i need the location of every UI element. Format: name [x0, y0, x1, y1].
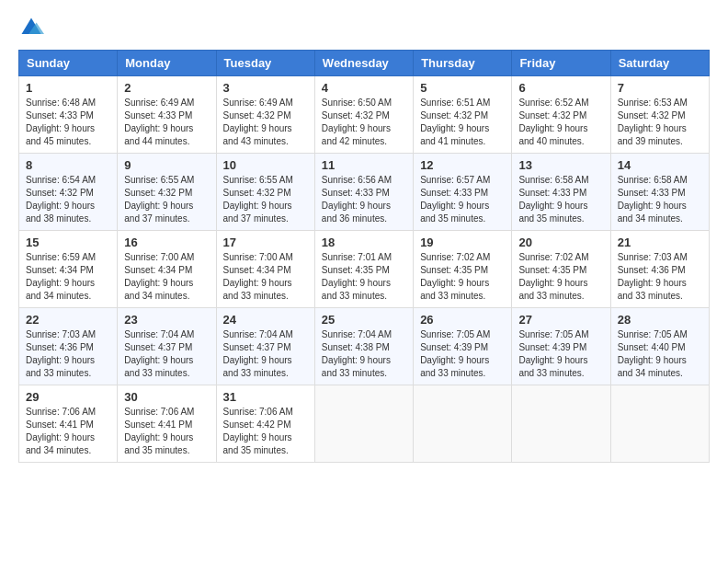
day-info: Sunrise: 7:05 AM Sunset: 4:40 PM Dayligh…	[618, 328, 702, 380]
day-info: Sunrise: 6:58 AM Sunset: 4:33 PM Dayligh…	[618, 174, 702, 225]
sunset-label: Sunset: 4:32 PM	[322, 110, 390, 121]
day-info: Sunrise: 7:06 AM Sunset: 4:42 PM Dayligh…	[223, 406, 308, 457]
day-number: 23	[124, 313, 209, 327]
sunrise-label: Sunrise: 6:58 AM	[518, 175, 588, 185]
day-info: Sunrise: 7:02 AM Sunset: 4:35 PM Dayligh…	[518, 251, 603, 303]
daylight-label: Daylight: 9 hours and 33 minutes.	[223, 278, 292, 301]
sunrise-label: Sunrise: 7:04 AM	[322, 329, 392, 339]
sunrise-label: Sunrise: 6:53 AM	[618, 98, 688, 108]
daylight-label: Daylight: 9 hours and 33 minutes.	[322, 355, 391, 378]
day-number: 9	[124, 158, 209, 172]
daylight-label: Daylight: 9 hours and 37 minutes.	[124, 201, 193, 224]
sunset-label: Sunset: 4:32 PM	[26, 188, 94, 198]
daylight-label: Daylight: 9 hours and 35 minutes.	[223, 432, 292, 455]
sunrise-label: Sunrise: 7:05 AM	[618, 329, 688, 339]
calendar-cell: 7 Sunrise: 6:53 AM Sunset: 4:32 PM Dayli…	[610, 76, 709, 154]
header-wednesday: Wednesday	[314, 51, 413, 76]
calendar-cell: 6 Sunrise: 6:52 AM Sunset: 4:32 PM Dayli…	[512, 76, 610, 154]
day-info: Sunrise: 7:03 AM Sunset: 4:36 PM Dayligh…	[26, 328, 110, 380]
sunrise-label: Sunrise: 6:51 AM	[420, 98, 490, 108]
day-number: 6	[518, 81, 603, 95]
daylight-label: Daylight: 9 hours and 40 minutes.	[518, 123, 587, 146]
calendar-cell: 26 Sunrise: 7:05 AM Sunset: 4:39 PM Dayl…	[414, 308, 512, 385]
daylight-label: Daylight: 9 hours and 34 minutes.	[124, 278, 193, 301]
sunset-label: Sunset: 4:40 PM	[618, 342, 686, 352]
day-number: 28	[618, 313, 702, 327]
calendar-cell	[610, 385, 709, 463]
sunset-label: Sunset: 4:32 PM	[223, 110, 291, 121]
sunrise-label: Sunrise: 7:02 AM	[518, 252, 588, 262]
sunset-label: Sunset: 4:34 PM	[124, 265, 192, 275]
day-info: Sunrise: 6:55 AM Sunset: 4:32 PM Dayligh…	[124, 174, 209, 225]
calendar-cell	[414, 385, 512, 463]
sunset-label: Sunset: 4:38 PM	[322, 342, 390, 352]
daylight-label: Daylight: 9 hours and 35 minutes.	[124, 432, 193, 455]
calendar-cell: 17 Sunrise: 7:00 AM Sunset: 4:34 PM Dayl…	[216, 231, 314, 308]
day-info: Sunrise: 6:48 AM Sunset: 4:33 PM Dayligh…	[26, 97, 110, 148]
day-number: 22	[26, 313, 110, 327]
calendar-cell: 24 Sunrise: 7:04 AM Sunset: 4:37 PM Dayl…	[216, 308, 314, 385]
day-number: 24	[223, 313, 308, 327]
daylight-label: Daylight: 9 hours and 33 minutes.	[322, 278, 391, 301]
daylight-label: Daylight: 9 hours and 35 minutes.	[518, 201, 587, 224]
day-number: 13	[518, 158, 603, 172]
calendar-cell: 22 Sunrise: 7:03 AM Sunset: 4:36 PM Dayl…	[19, 308, 118, 385]
sunrise-label: Sunrise: 7:01 AM	[322, 252, 392, 262]
day-info: Sunrise: 6:55 AM Sunset: 4:32 PM Dayligh…	[223, 174, 308, 225]
day-number: 15	[26, 236, 110, 249]
sunrise-label: Sunrise: 6:55 AM	[124, 175, 194, 185]
day-info: Sunrise: 7:04 AM Sunset: 4:38 PM Dayligh…	[322, 328, 406, 380]
day-info: Sunrise: 6:54 AM Sunset: 4:32 PM Dayligh…	[26, 174, 110, 225]
day-info: Sunrise: 6:53 AM Sunset: 4:32 PM Dayligh…	[618, 97, 702, 148]
daylight-label: Daylight: 9 hours and 38 minutes.	[26, 201, 95, 224]
calendar-cell: 9 Sunrise: 6:55 AM Sunset: 4:32 PM Dayli…	[118, 154, 216, 231]
week-row-2: 8 Sunrise: 6:54 AM Sunset: 4:32 PM Dayli…	[19, 154, 710, 231]
calendar-table: SundayMondayTuesdayWednesdayThursdayFrid…	[18, 50, 710, 463]
sunrise-label: Sunrise: 6:59 AM	[26, 252, 96, 262]
sunrise-label: Sunrise: 7:00 AM	[124, 252, 194, 262]
header-thursday: Thursday	[414, 51, 512, 76]
calendar-cell: 14 Sunrise: 6:58 AM Sunset: 4:33 PM Dayl…	[610, 154, 709, 231]
daylight-label: Daylight: 9 hours and 33 minutes.	[518, 278, 587, 301]
sunset-label: Sunset: 4:33 PM	[518, 188, 586, 198]
sunrise-label: Sunrise: 6:50 AM	[322, 98, 392, 108]
day-info: Sunrise: 7:04 AM Sunset: 4:37 PM Dayligh…	[124, 328, 209, 380]
daylight-label: Daylight: 9 hours and 37 minutes.	[223, 201, 292, 224]
daylight-label: Daylight: 9 hours and 33 minutes.	[26, 355, 95, 378]
calendar-cell: 2 Sunrise: 6:49 AM Sunset: 4:33 PM Dayli…	[118, 76, 216, 154]
day-info: Sunrise: 6:57 AM Sunset: 4:33 PM Dayligh…	[420, 174, 505, 225]
sunrise-label: Sunrise: 7:06 AM	[26, 407, 96, 417]
daylight-label: Daylight: 9 hours and 43 minutes.	[223, 123, 292, 146]
calendar-cell: 29 Sunrise: 7:06 AM Sunset: 4:41 PM Dayl…	[19, 385, 118, 463]
sunrise-label: Sunrise: 6:57 AM	[420, 175, 490, 185]
day-number: 25	[322, 313, 406, 327]
calendar-cell: 21 Sunrise: 7:03 AM Sunset: 4:36 PM Dayl…	[610, 231, 709, 308]
calendar-cell: 11 Sunrise: 6:56 AM Sunset: 4:33 PM Dayl…	[314, 154, 413, 231]
day-info: Sunrise: 6:50 AM Sunset: 4:32 PM Dayligh…	[322, 97, 406, 148]
day-number: 10	[223, 158, 308, 172]
sunset-label: Sunset: 4:33 PM	[322, 188, 390, 198]
day-number: 3	[223, 81, 308, 95]
day-info: Sunrise: 7:01 AM Sunset: 4:35 PM Dayligh…	[322, 251, 406, 303]
calendar-cell: 8 Sunrise: 6:54 AM Sunset: 4:32 PM Dayli…	[19, 154, 118, 231]
sunrise-label: Sunrise: 6:55 AM	[223, 175, 293, 185]
daylight-label: Daylight: 9 hours and 33 minutes.	[124, 355, 193, 378]
calendar-cell: 16 Sunrise: 7:00 AM Sunset: 4:34 PM Dayl…	[118, 231, 216, 308]
sunset-label: Sunset: 4:37 PM	[124, 342, 192, 352]
daylight-label: Daylight: 9 hours and 35 minutes.	[420, 201, 489, 224]
calendar-cell: 27 Sunrise: 7:05 AM Sunset: 4:39 PM Dayl…	[512, 308, 610, 385]
day-number: 18	[322, 236, 406, 249]
calendar-cell	[512, 385, 610, 463]
day-number: 7	[618, 81, 702, 95]
day-number: 30	[124, 390, 209, 404]
sunset-label: Sunset: 4:35 PM	[322, 265, 390, 275]
day-number: 29	[26, 390, 110, 404]
day-number: 1	[26, 81, 110, 95]
calendar-cell: 31 Sunrise: 7:06 AM Sunset: 4:42 PM Dayl…	[216, 385, 314, 463]
daylight-label: Daylight: 9 hours and 34 minutes.	[618, 355, 687, 378]
day-info: Sunrise: 6:49 AM Sunset: 4:32 PM Dayligh…	[223, 97, 308, 148]
sunset-label: Sunset: 4:39 PM	[518, 342, 586, 352]
header-tuesday: Tuesday	[216, 51, 314, 76]
day-number: 27	[518, 313, 603, 327]
day-number: 4	[322, 81, 406, 95]
